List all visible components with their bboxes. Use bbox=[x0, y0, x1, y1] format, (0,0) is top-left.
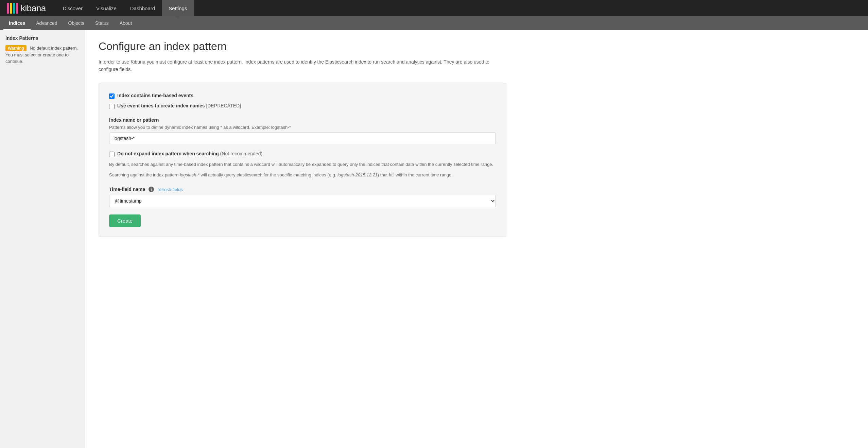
no-expand-note: (Not recommended) bbox=[220, 151, 263, 156]
no-expand-checkbox[interactable] bbox=[109, 152, 115, 157]
top-nav-links: Discover Visualize Dashboard Settings bbox=[56, 0, 194, 16]
subnav-advanced[interactable]: Advanced bbox=[31, 16, 63, 30]
layout: Index Patterns Warning No default index … bbox=[0, 30, 868, 448]
secondary-nav: Indices Advanced Objects Status About bbox=[0, 16, 868, 30]
sidebar-title: Index Patterns bbox=[5, 35, 79, 41]
form-panel: Index contains time-based events Use eve… bbox=[99, 83, 506, 237]
time-field-select[interactable]: @timestamp bbox=[109, 195, 496, 207]
event-times-checkbox[interactable] bbox=[109, 104, 115, 109]
time-based-row: Index contains time-based events bbox=[109, 93, 496, 99]
refresh-fields-link[interactable]: refresh fields bbox=[157, 187, 183, 192]
main-content: Configure an index pattern In order to u… bbox=[85, 30, 868, 448]
warning-badge: Warning bbox=[5, 45, 27, 51]
sidebar: Index Patterns Warning No default index … bbox=[0, 30, 85, 448]
info-icon[interactable]: i bbox=[149, 187, 154, 192]
time-based-label[interactable]: Index contains time-based events bbox=[117, 93, 193, 98]
nav-discover[interactable]: Discover bbox=[56, 0, 89, 16]
subnav-status[interactable]: Status bbox=[90, 16, 114, 30]
time-based-checkbox[interactable] bbox=[109, 93, 115, 99]
logo-bar-pink2 bbox=[16, 3, 18, 14]
nav-visualize[interactable]: Visualize bbox=[89, 0, 123, 16]
logo: kibana bbox=[0, 3, 53, 14]
event-times-label[interactable]: Use event times to create index names [D… bbox=[117, 103, 241, 108]
no-expand-label[interactable]: Do not expand index pattern when searchi… bbox=[117, 151, 262, 156]
logo-bar-teal bbox=[13, 3, 15, 14]
logo-bar-pink bbox=[7, 3, 9, 14]
subnav-objects[interactable]: Objects bbox=[63, 16, 90, 30]
index-name-hint: Patterns allow you to define dynamic ind… bbox=[109, 125, 496, 130]
index-name-section: Index name or pattern Patterns allow you… bbox=[109, 117, 496, 144]
event-times-row: Use event times to create index names [D… bbox=[109, 103, 496, 109]
subnav-about[interactable]: About bbox=[114, 16, 138, 30]
logo-bars bbox=[7, 3, 18, 14]
logo-text: kibana bbox=[21, 3, 46, 14]
nav-dashboard[interactable]: Dashboard bbox=[123, 0, 162, 16]
top-nav: kibana Discover Visualize Dashboard Sett… bbox=[0, 0, 868, 16]
event-times-note: [DEPRECATED] bbox=[206, 103, 241, 108]
page-title: Configure an index pattern bbox=[99, 40, 854, 53]
index-name-input[interactable] bbox=[109, 133, 496, 144]
subnav-indices[interactable]: Indices bbox=[3, 16, 31, 30]
expand-desc-1: By default, searches against any time-ba… bbox=[109, 161, 496, 168]
no-expand-row: Do not expand index pattern when searchi… bbox=[109, 151, 496, 157]
index-name-label: Index name or pattern bbox=[109, 117, 496, 123]
time-field-label: Time-field name bbox=[109, 187, 145, 192]
time-field-section: Time-field name i refresh fields @timest… bbox=[109, 187, 496, 207]
time-field-row: Time-field name i refresh fields bbox=[109, 187, 496, 192]
no-expand-section: Do not expand index pattern when searchi… bbox=[109, 151, 496, 179]
page-description: In order to use Kibana you must configur… bbox=[99, 58, 506, 73]
create-button[interactable]: Create bbox=[109, 214, 141, 227]
expand-desc-2: Searching against the index pattern logs… bbox=[109, 172, 496, 179]
nav-settings[interactable]: Settings bbox=[162, 0, 194, 16]
warning-container: Warning No default index pattern. You mu… bbox=[5, 45, 79, 65]
logo-bar-yellow bbox=[10, 3, 12, 14]
